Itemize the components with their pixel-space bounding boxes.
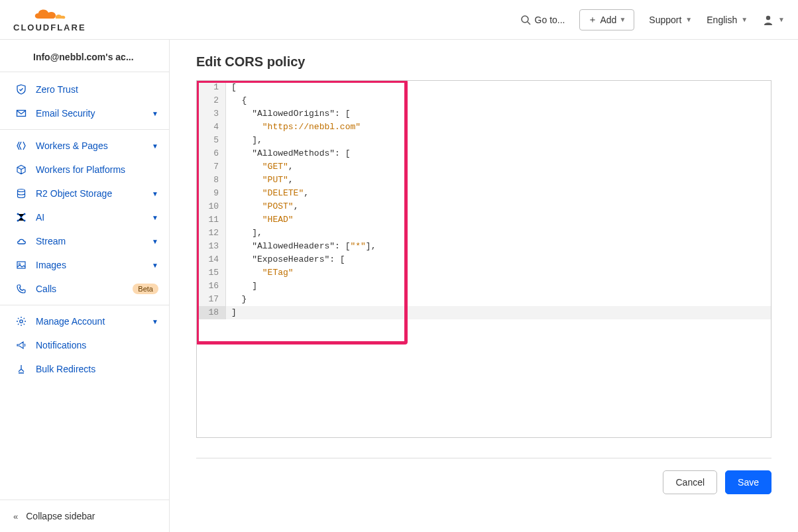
user-menu[interactable]: ▼ xyxy=(762,14,785,26)
code-text: "POST", xyxy=(226,200,298,213)
add-button[interactable]: ＋ Add ▼ xyxy=(579,9,634,30)
code-line[interactable]: 15 "ETag" xyxy=(197,266,771,280)
shield-icon xyxy=(13,84,29,95)
chevron-down-icon: ▼ xyxy=(152,214,158,221)
cors-policy-editor[interactable]: 1[2 {3 "AllowedOrigins": [4 "https://neb… xyxy=(196,80,771,438)
sidebar-item-workers-pages[interactable]: Workers & Pages ▼ xyxy=(0,134,169,158)
code-line[interactable]: 2 { xyxy=(197,94,771,107)
cloudflare-logo[interactable]: CLOUDFLARE xyxy=(13,7,86,32)
gear-icon xyxy=(13,316,29,327)
sidebar-item-label: AI xyxy=(36,212,152,223)
sidebar-item-bulk-redirects[interactable]: Bulk Redirects xyxy=(0,357,169,381)
sidebar-item-email-security[interactable]: Email Security ▼ xyxy=(0,101,169,125)
code-text: "HEAD" xyxy=(226,213,294,227)
svg-rect-10 xyxy=(17,262,25,268)
line-number: 7 xyxy=(197,160,226,174)
line-number: 17 xyxy=(197,293,226,306)
code-line[interactable]: 10 "POST", xyxy=(197,200,771,213)
svg-point-2 xyxy=(766,15,770,19)
code-line[interactable]: 16 ] xyxy=(197,280,771,293)
code-line[interactable]: 18] xyxy=(197,306,771,319)
line-number: 3 xyxy=(197,107,226,121)
ai-network-icon xyxy=(13,212,29,223)
chevron-down-icon: ▼ xyxy=(152,190,158,197)
sidebar-item-calls[interactable]: Calls Beta xyxy=(0,277,169,301)
line-number: 18 xyxy=(197,306,226,319)
code-line[interactable]: 5 ], xyxy=(197,134,771,147)
redirect-icon xyxy=(13,364,29,374)
cancel-button[interactable]: Cancel xyxy=(663,470,717,494)
code-text: "https://nebbl.com" xyxy=(226,121,361,134)
sidebar-item-label: Zero Trust xyxy=(36,84,158,95)
goto-label: Go to... xyxy=(535,15,565,25)
beta-badge: Beta xyxy=(133,284,158,294)
chevron-down-icon: ▼ xyxy=(619,16,626,23)
add-label: Add xyxy=(600,15,616,25)
code-line[interactable]: 1[ xyxy=(197,81,771,94)
sidebar-item-stream[interactable]: Stream ▼ xyxy=(0,229,169,253)
account-selector[interactable]: Info@nebbl.com's ac... xyxy=(0,40,169,72)
code-line[interactable]: 11 "HEAD" xyxy=(197,213,771,227)
code-line[interactable]: 14 "ExposeHeaders": [ xyxy=(197,253,771,266)
code-text: ], xyxy=(226,227,262,240)
code-line[interactable]: 4 "https://nebbl.com" xyxy=(197,121,771,134)
chevron-down-icon: ▼ xyxy=(152,142,158,150)
image-icon xyxy=(13,260,29,270)
code-text: "AllowedHeaders": ["*"], xyxy=(226,240,376,253)
line-number: 13 xyxy=(197,240,226,253)
code-line[interactable]: 3 "AllowedOrigins": [ xyxy=(197,107,771,121)
line-number: 4 xyxy=(197,121,226,134)
code-text: "ETag" xyxy=(226,266,294,280)
search-icon xyxy=(520,15,531,25)
sidebar-item-label: Workers for Platforms xyxy=(36,164,158,175)
code-text: "AllowedMethods": [ xyxy=(226,147,350,160)
language-menu[interactable]: English ▼ xyxy=(707,15,748,25)
code-line[interactable]: 17 } xyxy=(197,293,771,306)
sidebar-item-ai[interactable]: AI ▼ xyxy=(0,205,169,229)
sidebar-item-label: Images xyxy=(36,260,152,270)
code-text: "DELETE", xyxy=(226,187,309,200)
code-line[interactable]: 6 "AllowedMethods": [ xyxy=(197,147,771,160)
code-line[interactable]: 13 "AllowedHeaders": ["*"], xyxy=(197,240,771,253)
goto-search[interactable]: Go to... xyxy=(520,15,565,25)
save-button[interactable]: Save xyxy=(725,470,771,494)
code-text: ] xyxy=(226,306,237,319)
sidebar-item-label: Email Security xyxy=(36,108,152,119)
code-text: "GET", xyxy=(226,160,294,174)
line-number: 1 xyxy=(197,81,226,94)
line-number: 14 xyxy=(197,253,226,266)
sidebar-item-workers-platforms[interactable]: Workers for Platforms xyxy=(0,158,169,182)
chevron-down-icon: ▼ xyxy=(741,16,748,23)
line-number: 8 xyxy=(197,174,226,187)
support-label: Support xyxy=(649,15,681,25)
code-text: { xyxy=(226,94,247,107)
collapse-sidebar[interactable]: « Collapse sidebar xyxy=(0,500,169,532)
sidebar-item-r2[interactable]: R2 Object Storage ▼ xyxy=(0,182,169,205)
code-text: "AllowedOrigins": [ xyxy=(226,107,350,121)
support-menu[interactable]: Support ▼ xyxy=(649,15,692,25)
plus-icon: ＋ xyxy=(588,14,597,26)
code-text: [ xyxy=(226,81,237,94)
code-line[interactable]: 7 "GET", xyxy=(197,160,771,174)
language-label: English xyxy=(707,15,737,25)
logo-text: CLOUDFLARE xyxy=(13,23,86,32)
svg-point-0 xyxy=(522,16,528,23)
sidebar-item-manage-account[interactable]: Manage Account ▼ xyxy=(0,309,169,333)
line-number: 2 xyxy=(197,94,226,107)
code-line[interactable]: 8 "PUT", xyxy=(197,174,771,187)
chevron-down-icon: ▼ xyxy=(685,16,692,23)
line-number: 16 xyxy=(197,280,226,293)
code-line[interactable]: 9 "DELETE", xyxy=(197,187,771,200)
sidebar-item-zero-trust[interactable]: Zero Trust xyxy=(0,78,169,101)
code-line[interactable]: 12 ], xyxy=(197,227,771,240)
line-number: 10 xyxy=(197,200,226,213)
sidebar-item-label: Bulk Redirects xyxy=(36,364,158,374)
sidebar-item-notifications[interactable]: Notifications xyxy=(0,333,169,357)
line-number: 12 xyxy=(197,227,226,240)
phone-icon xyxy=(13,284,29,294)
collapse-label: Collapse sidebar xyxy=(26,511,95,521)
cube-icon xyxy=(13,164,29,175)
database-icon xyxy=(13,188,29,199)
sidebar-item-images[interactable]: Images ▼ xyxy=(0,253,169,277)
line-number: 9 xyxy=(197,187,226,200)
